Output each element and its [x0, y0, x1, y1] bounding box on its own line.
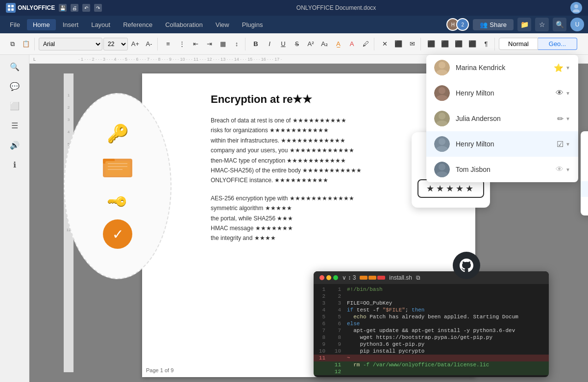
- highlight-btn[interactable]: A̲: [332, 38, 344, 50]
- redo-btn[interactable]: ↷: [94, 4, 102, 12]
- font-size-select[interactable]: 22: [103, 38, 128, 50]
- clear-format-btn[interactable]: ✕: [378, 38, 391, 50]
- menu-insert[interactable]: Insert: [57, 19, 85, 30]
- avatar-circle-marina: [434, 60, 450, 75]
- access-deny[interactable]: 🚫 Deny Access: [581, 197, 588, 213]
- copy-btn[interactable]: ⧉: [6, 38, 19, 50]
- font-size-increase-btn[interactable]: A+: [129, 38, 142, 50]
- access-full[interactable]: ✏ Full Access: [581, 134, 588, 150]
- track-icon[interactable]: ⬜: [7, 98, 23, 114]
- list-group: ≡ ⋮ ⇤ ⇥ ▦ ↕: [160, 38, 245, 50]
- layout-icon[interactable]: ☰: [7, 118, 23, 133]
- svg-point-19: [436, 146, 448, 152]
- access-read-only[interactable]: 👁 Read Only: [581, 181, 588, 197]
- folder-btn[interactable]: 📁: [517, 18, 531, 31]
- sort-btn[interactable]: ↕: [230, 38, 243, 50]
- menu-home[interactable]: Home: [27, 19, 56, 30]
- align-justify-btn[interactable]: ⬛: [466, 38, 479, 50]
- superscript-btn[interactable]: A²: [304, 38, 317, 50]
- users-panel: Marina Kendrick ⭐ ▼ Henry Milton 👁 ▼ Jul…: [426, 55, 578, 182]
- font-group: Arial 22 A+ A-: [37, 38, 158, 50]
- menu-plugins[interactable]: Plugins: [236, 19, 269, 30]
- app-logo: ONLYOFFICE: [6, 3, 55, 13]
- indent-btn[interactable]: ⇥: [203, 38, 216, 50]
- user-role-julia[interactable]: ✏ ▼: [557, 114, 570, 123]
- italic-btn[interactable]: I: [263, 38, 276, 50]
- align-center-btn[interactable]: ⬛: [439, 38, 451, 50]
- star-btn[interactable]: ☆: [535, 18, 549, 31]
- user-item-henry1[interactable]: Henry Milton 👁 ▼: [426, 80, 578, 106]
- check-role-icon: ☑: [557, 140, 564, 149]
- svg-rect-0: [8, 5, 10, 7]
- folder-inner: 🔑 🔑 ✓: [103, 123, 132, 249]
- menu-collaboration[interactable]: Collaboration: [159, 19, 209, 30]
- user-item-julia[interactable]: Julia Anderson ✏ ▼: [426, 106, 578, 131]
- col-btn[interactable]: ▦: [217, 38, 229, 50]
- envelope-btn[interactable]: ✉: [406, 38, 418, 50]
- para-text-1: risks for organizations ★★★★★★★★★★★: [211, 127, 329, 134]
- user-role-henry2[interactable]: ☑ ▼: [557, 140, 570, 149]
- underline-btn[interactable]: U: [277, 38, 290, 50]
- audio-icon[interactable]: 🔊: [7, 137, 23, 153]
- diff-block-red: [377, 276, 385, 280]
- doc-para-1: Breach of data at rest is one of ★★★★★★★…: [211, 116, 446, 186]
- bg-color-btn[interactable]: 🖊: [359, 38, 372, 50]
- user-avatar-titlebar[interactable]: [570, 2, 582, 14]
- outdent-btn[interactable]: ⇤: [189, 38, 202, 50]
- password-dots-text: ★★★★★: [426, 184, 475, 193]
- svg-point-4: [574, 4, 578, 8]
- user-role-marina[interactable]: ⭐ ▼: [554, 63, 570, 72]
- code-line-7: 7 7 apt-get update && apt-get install -y…: [314, 327, 549, 334]
- print-btn[interactable]: 🖨: [71, 4, 78, 12]
- bullet-list-btn[interactable]: ≡: [162, 38, 174, 50]
- subscript-btn[interactable]: A₂: [318, 38, 331, 50]
- user-role-henry1[interactable]: 👁 ▼: [556, 89, 570, 97]
- align-left-btn[interactable]: ⬛: [425, 38, 438, 50]
- paste-btn[interactable]: 📋: [20, 38, 32, 50]
- share-button[interactable]: 👥 Share: [473, 19, 514, 30]
- user-item-marina[interactable]: Marina Kendrick ⭐ ▼: [426, 55, 578, 80]
- font-size-decrease-btn[interactable]: A-: [143, 38, 155, 50]
- svg-rect-2: [8, 8, 10, 11]
- user-name-marina: Marina Kendrick: [456, 64, 548, 72]
- user-role-tom[interactable]: 👁 ▼: [556, 165, 570, 174]
- user-account-btn[interactable]: U: [570, 18, 584, 31]
- style-geo-btn[interactable]: Geo...: [538, 38, 577, 50]
- rtl-btn[interactable]: ¶: [480, 38, 492, 50]
- insert-img-btn[interactable]: ⬛: [392, 38, 405, 50]
- save-btn[interactable]: 💾: [59, 4, 67, 12]
- menu-reference[interactable]: Reference: [117, 19, 158, 30]
- menu-layout[interactable]: Layout: [85, 19, 116, 30]
- menu-view[interactable]: View: [210, 19, 235, 30]
- align-group: ⬛ ⬛ ⬛ ⬛ ¶: [423, 38, 495, 50]
- copy-code-icon[interactable]: ⧉: [416, 274, 420, 281]
- strikethrough-btn[interactable]: S̶: [291, 38, 303, 50]
- bold-btn[interactable]: B: [249, 38, 262, 50]
- user-avatar-marina: [434, 60, 450, 75]
- para2-text-0: AES-256 encryption type with ★★★★★★★★★★★…: [211, 195, 354, 202]
- style-buttons: Normal Geo...: [499, 38, 577, 50]
- comment-icon[interactable]: 💬: [7, 78, 23, 94]
- access-review[interactable]: ☑ Review: [581, 150, 588, 166]
- undo-btn[interactable]: ↶: [82, 4, 90, 12]
- code-line-6: 6 6 else: [314, 320, 549, 327]
- info-icon[interactable]: ℹ: [7, 157, 23, 172]
- font-select[interactable]: Arial: [39, 38, 102, 50]
- align-right-btn[interactable]: ⬛: [452, 38, 465, 50]
- para2-text-2: the portal, while SHA256 ★★★: [211, 215, 293, 222]
- font-color-btn[interactable]: A: [345, 38, 358, 50]
- menu-file[interactable]: File: [4, 19, 26, 30]
- user-item-tom[interactable]: Tom Jisbon 👁 ▼: [426, 157, 578, 182]
- search-btn[interactable]: 🔍: [553, 18, 566, 31]
- doc-para-2: AES-256 encryption type with ★★★★★★★★★★★…: [211, 193, 446, 243]
- user-name-henry1: Henry Milton: [456, 89, 550, 97]
- svg-point-5: [573, 9, 580, 12]
- user-item-henry2[interactable]: Henry Milton ☑ ▼ ✏ Full Access ☑ Review …: [426, 131, 578, 157]
- code-overlay: ∨ ↕ 3 install.sh ⧉ 1 1 #!/bin/bash: [314, 271, 549, 377]
- zoom-icon[interactable]: 🔍: [7, 59, 23, 74]
- role-arrow-henry2: ▼: [565, 142, 570, 147]
- code-line-8: 8 8 wget https://bootstrap.pypa.io/get-p…: [314, 334, 549, 341]
- style-normal-btn[interactable]: Normal: [499, 38, 538, 50]
- access-comments[interactable]: 💬 Comments: [581, 166, 588, 181]
- num-list-btn[interactable]: ⋮: [175, 38, 188, 50]
